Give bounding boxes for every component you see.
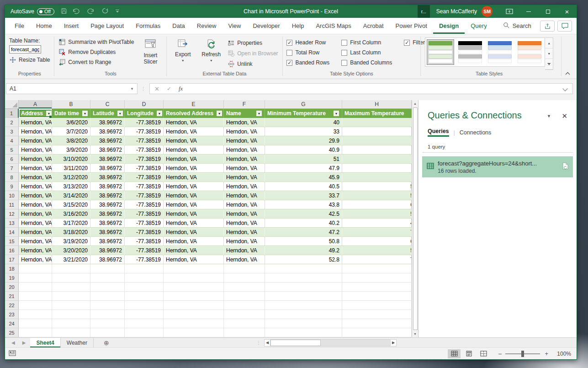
cell[interactable]	[52, 328, 90, 337]
cell[interactable]	[224, 273, 265, 283]
row-header-3[interactable]: 3	[5, 127, 19, 136]
ribbon-tab-file[interactable]: File	[9, 18, 30, 34]
table-header-maximum-temperature[interactable]: Maximum Temperature	[342, 109, 412, 118]
checkbox-last-column[interactable]: Last Column	[341, 48, 392, 57]
row-header-1[interactable]: 1	[5, 109, 19, 118]
cell[interactable]	[90, 328, 125, 337]
cell[interactable]	[90, 319, 125, 328]
filter-button[interactable]: ▼	[156, 110, 163, 117]
name-box[interactable]: A1 ▼	[6, 83, 138, 94]
cell[interactable]: Herndon, VA	[164, 155, 224, 164]
expand-formula-bar-icon[interactable]	[562, 86, 567, 91]
cell[interactable]: 49.2	[265, 246, 342, 255]
cell[interactable]: Herndon, VA	[164, 237, 224, 246]
row-header-15[interactable]: 15	[5, 237, 19, 246]
panel-tab-connections[interactable]: Connections	[460, 129, 492, 136]
hscroll-right-icon[interactable]: ▶	[390, 339, 397, 347]
cell[interactable]	[224, 310, 265, 319]
cell[interactable]	[164, 328, 224, 337]
export-button[interactable]: Export ▾	[171, 37, 195, 70]
cell[interactable]	[52, 273, 90, 283]
cell[interactable]	[224, 301, 265, 310]
cell[interactable]: -77.38519	[125, 155, 164, 164]
cell[interactable]: 38.96972	[90, 255, 125, 264]
cell[interactable]	[164, 273, 224, 283]
cell[interactable]: Herndon, VA	[164, 118, 224, 127]
cell[interactable]	[90, 292, 125, 301]
cell[interactable]	[342, 310, 412, 319]
column-header-f[interactable]: F	[224, 100, 265, 108]
table-name-input[interactable]	[9, 45, 41, 53]
table-header-minimum-temperature[interactable]: Minimum Temperature▼	[265, 109, 342, 118]
undo-icon[interactable]: ▾	[72, 8, 82, 16]
cell[interactable]: Herndon, VA	[164, 246, 224, 255]
minimize-button[interactable]	[519, 5, 538, 18]
horizontal-scrollbar[interactable]	[270, 339, 390, 347]
new-sheet-button[interactable]: ⊕	[104, 338, 109, 347]
cell[interactable]	[342, 145, 412, 155]
cell[interactable]: Herndon, VA	[224, 219, 265, 228]
cell[interactable]: Herndon, VA	[164, 209, 224, 219]
cell[interactable]: 52.8	[265, 255, 342, 264]
cell[interactable]: 3/16/2020	[52, 209, 90, 219]
refresh-button[interactable]: Refresh ▾	[199, 37, 223, 70]
cell[interactable]: 45.9	[265, 173, 342, 182]
filter-button[interactable]: ▼	[82, 110, 88, 117]
cell[interactable]	[342, 283, 412, 292]
cell[interactable]	[125, 273, 164, 283]
table-header-date-time[interactable]: Date time▼	[52, 109, 90, 118]
cell[interactable]: 3/10/2020	[52, 155, 90, 164]
insert-function-icon[interactable]: fx	[179, 85, 183, 92]
cell[interactable]: 3/17/2020	[52, 219, 90, 228]
row-header-8[interactable]: 8	[5, 173, 19, 182]
cell[interactable]: 38.96972	[90, 136, 125, 145]
table-header-latitude[interactable]: Latitude▼	[90, 109, 125, 118]
cell[interactable]	[125, 328, 164, 337]
remove-duplicates-button[interactable]: Remove Duplicates	[58, 48, 134, 56]
cell[interactable]: 40.9	[265, 145, 342, 155]
cell[interactable]: 38.96972	[90, 145, 125, 155]
cell[interactable]: Herndon, VA	[164, 191, 224, 200]
cell[interactable]: 38.96972	[90, 209, 125, 219]
hscroll-left-icon[interactable]: ◀	[264, 339, 270, 347]
column-header-d[interactable]: D	[125, 100, 164, 108]
user-name[interactable]: Sean McCafferty	[436, 8, 477, 15]
name-box-caret-icon[interactable]: ▼	[130, 87, 134, 91]
query-list-item[interactable]: forecast?aggregateHours=24&short... 16 r…	[422, 156, 573, 177]
cell[interactable]: 3/8/2020	[52, 136, 90, 145]
row-header-4[interactable]: 4	[5, 136, 19, 145]
cell[interactable]: 5	[342, 182, 412, 191]
ribbon-tab-power-pivot[interactable]: Power Pivot	[390, 18, 433, 34]
cell[interactable]	[125, 310, 164, 319]
cell[interactable]: Herndon, VA	[19, 228, 52, 237]
unlink-button[interactable]: Unlink	[228, 59, 278, 68]
cell[interactable]: 29.9	[265, 136, 342, 145]
page-break-preview-button[interactable]	[477, 349, 490, 358]
vertical-scrollbar-thumb[interactable]	[413, 107, 418, 330]
cell[interactable]: Herndon, VA	[224, 246, 265, 255]
ribbon-tab-formulas[interactable]: Formulas	[130, 18, 166, 34]
ribbon-tab-review[interactable]: Review	[191, 18, 222, 34]
cell[interactable]	[52, 310, 90, 319]
cell[interactable]	[342, 164, 412, 173]
column-header-g[interactable]: G	[265, 100, 342, 108]
checkbox-first-column[interactable]: First Column	[341, 38, 392, 47]
sheet-tab-weather[interactable]: Weather	[61, 338, 94, 347]
cell[interactable]	[19, 292, 52, 301]
cell[interactable]: 40	[265, 118, 342, 127]
cell[interactable]: 3/13/2020	[52, 182, 90, 191]
cell[interactable]	[224, 292, 265, 301]
cell[interactable]: Herndon, VA	[224, 136, 265, 145]
share-button[interactable]	[540, 21, 555, 32]
cell[interactable]: 40.5	[265, 182, 342, 191]
cell[interactable]	[265, 328, 342, 337]
ribbon-tab-home[interactable]: Home	[30, 18, 58, 34]
cell[interactable]: Herndon, VA	[19, 145, 52, 155]
cell[interactable]: 47.2	[265, 228, 342, 237]
row-header-24[interactable]: 24	[5, 319, 19, 328]
gallery-scroll-up-icon[interactable]: ▲	[545, 38, 553, 48]
cell[interactable]	[125, 301, 164, 310]
sheet-tab-sheet4[interactable]: Sheet4	[30, 338, 60, 347]
scroll-down-icon[interactable]: ▼	[412, 331, 418, 337]
table-style-orange[interactable]	[516, 39, 543, 65]
